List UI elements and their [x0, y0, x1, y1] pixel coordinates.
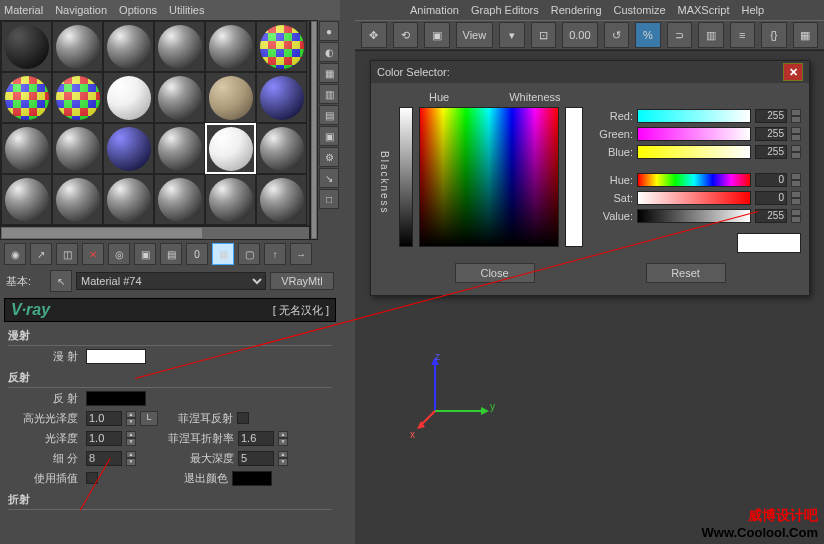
green-value[interactable]: 255	[755, 127, 787, 141]
spinner-arrows[interactable]	[791, 109, 801, 123]
sample-hscrollbar[interactable]	[0, 226, 310, 240]
sample-slot[interactable]	[1, 21, 52, 72]
spinner-arrows[interactable]	[791, 209, 801, 223]
grid-icon[interactable]: ▾	[499, 22, 525, 48]
exit-color-swatch[interactable]	[232, 471, 272, 486]
sample-slot[interactable]	[52, 21, 103, 72]
percent-snap-icon[interactable]: %	[635, 22, 661, 48]
hue-value[interactable]: 0	[755, 173, 787, 187]
value-value[interactable]: 255	[755, 209, 787, 223]
go-parent-icon[interactable]: ↑	[264, 243, 286, 265]
green-slider[interactable]	[637, 127, 751, 141]
sample-slot-selected[interactable]	[205, 123, 256, 174]
sample-slot[interactable]	[256, 72, 307, 123]
get-material-icon[interactable]: ◉	[4, 243, 26, 265]
make-copy-icon[interactable]: ◎	[108, 243, 130, 265]
spinner-arrows[interactable]: ▲▼	[126, 431, 136, 446]
curve-editor-icon[interactable]: {}	[761, 22, 787, 48]
use-interp-checkbox[interactable]	[86, 472, 98, 484]
sample-slot[interactable]	[205, 174, 256, 225]
make-unique-icon[interactable]: ▣	[134, 243, 156, 265]
select-by-mat-icon[interactable]: ↘	[319, 168, 339, 188]
blue-slider[interactable]	[637, 145, 751, 159]
sat-slider[interactable]	[637, 191, 751, 205]
show-in-vp-icon[interactable]: ▦	[212, 243, 234, 265]
subdivs-spinner[interactable]: 8	[86, 451, 122, 466]
spinner-arrows[interactable]	[791, 191, 801, 205]
put-to-scene-icon[interactable]: ↗	[30, 243, 52, 265]
matid-ch-icon[interactable]: 0	[186, 243, 208, 265]
sample-slot[interactable]	[154, 21, 205, 72]
spinner-arrows[interactable]: ▲▼	[126, 411, 136, 426]
sample-slot[interactable]	[103, 72, 154, 123]
menu-graph-editors[interactable]: Graph Editors	[471, 4, 539, 16]
scale-icon[interactable]: ▣	[424, 22, 450, 48]
sample-slot[interactable]	[256, 123, 307, 174]
material-name-select[interactable]: Material #74	[76, 272, 266, 290]
value-slider[interactable]	[637, 209, 751, 223]
menu-rendering[interactable]: Rendering	[551, 4, 602, 16]
matid-icon[interactable]: □	[319, 189, 339, 209]
delete-icon[interactable]: ✕	[82, 243, 104, 265]
material-type-button[interactable]: VRayMtl	[270, 272, 334, 290]
hue-slider[interactable]	[637, 173, 751, 187]
blackness-slider[interactable]	[399, 107, 413, 247]
menu-customize[interactable]: Customize	[614, 4, 666, 16]
red-value[interactable]: 255	[755, 109, 787, 123]
put-to-lib-icon[interactable]: ▤	[160, 243, 182, 265]
sample-type-icon[interactable]: ●	[319, 21, 339, 41]
sample-slot[interactable]	[1, 123, 52, 174]
sample-slot[interactable]	[103, 123, 154, 174]
pick-icon[interactable]: ↖	[50, 270, 72, 292]
spinner-arrows[interactable]: ▲▼	[126, 451, 136, 466]
lock-button[interactable]: L	[140, 411, 158, 426]
magnet-icon[interactable]: ⊃	[667, 22, 693, 48]
sample-slot[interactable]	[1, 174, 52, 225]
rotate-icon[interactable]: ⟲	[393, 22, 419, 48]
refl-gloss-spinner[interactable]: 1.0	[86, 431, 122, 446]
sample-slot[interactable]	[154, 174, 205, 225]
sample-slot[interactable]	[52, 123, 103, 174]
spinner-arrows[interactable]: ▲▼	[278, 431, 288, 446]
menu-maxscript[interactable]: MAXScript	[678, 4, 730, 16]
hue-picker[interactable]	[419, 107, 559, 247]
close-button[interactable]: Close	[455, 263, 535, 283]
dialog-titlebar[interactable]: Color Selector: ✕	[371, 61, 809, 83]
sample-slot[interactable]	[103, 174, 154, 225]
menu-options[interactable]: Options	[119, 4, 157, 16]
blue-value[interactable]: 255	[755, 145, 787, 159]
sample-slot[interactable]	[52, 72, 103, 123]
red-slider[interactable]	[637, 109, 751, 123]
hilight-gloss-spinner[interactable]: 1.0	[86, 411, 122, 426]
layers-icon[interactable]: ≡	[730, 22, 756, 48]
fresnel-ior-spinner[interactable]: 1.6	[238, 431, 274, 446]
sample-slot[interactable]	[1, 72, 52, 123]
max-depth-spinner[interactable]: 5	[238, 451, 274, 466]
menu-help[interactable]: Help	[742, 4, 765, 16]
spinner-arrows[interactable]: ▲▼	[278, 451, 288, 466]
reset-button[interactable]: Reset	[646, 263, 726, 283]
video-check-icon[interactable]: ▤	[319, 105, 339, 125]
menu-utilities[interactable]: Utilities	[169, 4, 204, 16]
go-forward-icon[interactable]: →	[290, 243, 312, 265]
spinner-arrows[interactable]	[791, 145, 801, 159]
sample-slot[interactable]	[52, 174, 103, 225]
align-icon[interactable]: ▥	[698, 22, 724, 48]
sample-slot[interactable]	[205, 21, 256, 72]
render-icon[interactable]: ▦	[793, 22, 819, 48]
snap-toggle-icon[interactable]: ⊡	[531, 22, 557, 48]
sample-vscrollbar[interactable]	[310, 20, 318, 240]
preview-icon[interactable]: ▣	[319, 126, 339, 146]
move-icon[interactable]: ✥	[361, 22, 387, 48]
options-icon[interactable]: ⚙	[319, 147, 339, 167]
reflect-swatch[interactable]	[86, 391, 146, 406]
menu-material[interactable]: Material	[4, 4, 43, 16]
whiteness-slider[interactable]	[565, 107, 583, 247]
menu-navigation[interactable]: Navigation	[55, 4, 107, 16]
sat-value[interactable]: 0	[755, 191, 787, 205]
assign-icon[interactable]: ◫	[56, 243, 78, 265]
close-icon[interactable]: ✕	[783, 63, 803, 81]
sample-slot[interactable]	[103, 21, 154, 72]
backlight-icon[interactable]: ◐	[319, 42, 339, 62]
sample-slot[interactable]	[205, 72, 256, 123]
